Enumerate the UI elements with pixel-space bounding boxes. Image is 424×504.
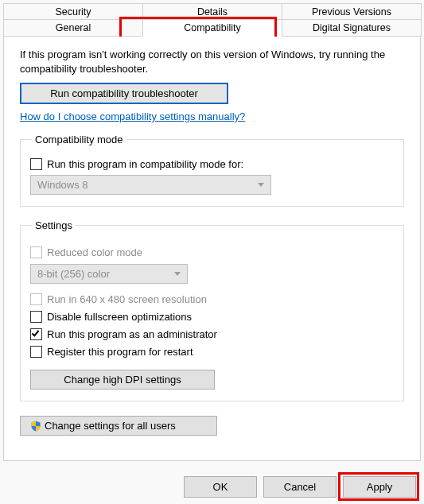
compatibility-page: If this program isn't working correctly …: [3, 37, 421, 461]
tab-previous-versions[interactable]: Previous Versions: [282, 3, 422, 20]
register-restart-checkbox[interactable]: [30, 346, 42, 358]
compat-mode-checkbox[interactable]: [30, 158, 42, 170]
tab-details[interactable]: Details: [142, 3, 282, 20]
chevron-down-icon: [174, 272, 181, 276]
shield-icon: [30, 421, 41, 432]
tab-security[interactable]: Security: [3, 3, 143, 20]
color-mode-dropdown-value: 8-bit (256) color: [37, 268, 110, 280]
run-640-label: Run in 640 x 480 screen resolution: [47, 293, 207, 305]
tab-general[interactable]: General: [3, 20, 143, 37]
change-dpi-button[interactable]: Change high DPI settings: [30, 370, 215, 390]
dialog-buttons: OK Cancel Apply: [184, 476, 416, 498]
properties-dialog: Security Details Previous Versions Gener…: [0, 0, 424, 504]
apply-button[interactable]: Apply: [343, 476, 416, 498]
tab-strip: Security Details Previous Versions Gener…: [3, 3, 421, 37]
reduced-color-label: Reduced color mode: [47, 246, 142, 258]
compat-mode-dropdown[interactable]: Windows 8: [30, 175, 271, 195]
compatibility-mode-legend: Compatibility mode: [32, 134, 126, 145]
color-mode-dropdown: 8-bit (256) color: [30, 264, 188, 284]
change-all-users-button[interactable]: Change settings for all users: [20, 416, 217, 436]
reduced-color-checkbox: [30, 246, 42, 258]
tab-compatibility[interactable]: Compatibility: [142, 20, 282, 37]
ok-button[interactable]: OK: [184, 476, 257, 498]
settings-group: Settings Reduced color mode 8-bit (256) …: [20, 219, 404, 401]
intro-text: If this program isn't working correctly …: [20, 48, 394, 76]
manual-settings-link[interactable]: How do I choose compatibility settings m…: [20, 110, 245, 122]
disable-fullscreen-checkbox[interactable]: [30, 311, 42, 323]
cancel-button[interactable]: Cancel: [263, 476, 336, 498]
chevron-down-icon: [258, 183, 264, 187]
run-640-checkbox: [30, 293, 42, 305]
settings-legend: Settings: [32, 219, 76, 231]
compatibility-mode-group: Compatibility mode Run this program in c…: [20, 134, 404, 207]
change-all-users-label: Change settings for all users: [45, 420, 176, 432]
run-troubleshooter-button[interactable]: Run compatibility troubleshooter: [20, 83, 228, 104]
run-admin-label: Run this program as an administrator: [47, 328, 217, 340]
register-restart-label: Register this program for restart: [47, 346, 193, 358]
compat-mode-checkbox-label: Run this program in compatibility mode f…: [47, 158, 243, 170]
compat-mode-dropdown-value: Windows 8: [37, 179, 88, 191]
tab-digital-signatures[interactable]: Digital Signatures: [282, 20, 422, 37]
disable-fullscreen-label: Disable fullscreen optimizations: [47, 311, 192, 323]
run-admin-checkbox[interactable]: [30, 328, 42, 340]
